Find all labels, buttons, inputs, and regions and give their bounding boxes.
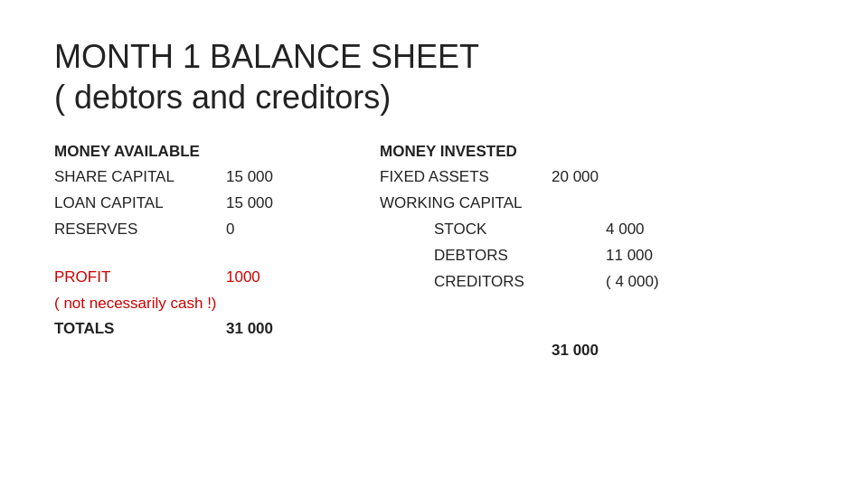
spacer-right2 bbox=[380, 316, 814, 338]
profit-note-row: ( not necessarily cash !) bbox=[54, 291, 380, 317]
left-header: MONEY AVAILABLE bbox=[54, 143, 380, 161]
left-totals-value: 31 000 bbox=[226, 316, 298, 343]
page-container: MONTH 1 BALANCE SHEET ( debtors and cred… bbox=[0, 0, 868, 488]
creditors-row: CREDITORS ( 4 000) bbox=[380, 269, 814, 296]
share-capital-row: SHARE CAPITAL 15 000 bbox=[54, 164, 380, 191]
left-totals-label: TOTALS bbox=[54, 316, 226, 343]
title-line1: MONTH 1 BALANCE SHEET bbox=[54, 36, 814, 77]
stock-label: STOCK bbox=[434, 217, 606, 243]
right-totals-spacer bbox=[380, 338, 552, 364]
right-totals-value: 31 000 bbox=[552, 338, 624, 364]
working-capital-label: WORKING CAPITAL bbox=[380, 191, 552, 217]
right-column: MONEY INVESTED FIXED ASSETS 20 000 WORKI… bbox=[380, 143, 814, 364]
left-column: MONEY AVAILABLE SHARE CAPITAL 15 000 LOA… bbox=[54, 143, 380, 364]
stock-row: STOCK 4 000 bbox=[380, 217, 814, 243]
creditors-value: ( 4 000) bbox=[606, 269, 678, 296]
content-area: MONEY AVAILABLE SHARE CAPITAL 15 000 LOA… bbox=[54, 143, 814, 364]
debtors-label: DEBTORS bbox=[434, 243, 606, 269]
spacer-right bbox=[380, 295, 814, 316]
share-capital-value: 15 000 bbox=[226, 164, 298, 191]
loan-capital-label: LOAN CAPITAL bbox=[54, 191, 226, 217]
stock-value: 4 000 bbox=[606, 217, 678, 243]
reserves-label: RESERVES bbox=[54, 217, 226, 243]
loan-capital-row: LOAN CAPITAL 15 000 bbox=[54, 191, 380, 217]
debtors-value: 11 000 bbox=[606, 243, 678, 269]
right-totals-row: 31 000 bbox=[380, 338, 814, 364]
fixed-assets-value: 20 000 bbox=[552, 164, 624, 191]
reserves-row: RESERVES 0 bbox=[54, 217, 380, 243]
working-capital-row: WORKING CAPITAL bbox=[380, 191, 814, 217]
left-totals-row: TOTALS 31 000 bbox=[54, 316, 380, 343]
page-title: MONTH 1 BALANCE SHEET ( debtors and cred… bbox=[54, 36, 814, 117]
reserves-value: 0 bbox=[226, 217, 298, 243]
fixed-assets-row: FIXED ASSETS 20 000 bbox=[380, 164, 814, 191]
debtors-row: DEBTORS 11 000 bbox=[380, 243, 814, 269]
title-line2: ( debtors and creditors) bbox=[54, 77, 814, 117]
profit-label: PROFIT bbox=[54, 265, 226, 291]
share-capital-label: SHARE CAPITAL bbox=[54, 164, 226, 191]
right-header: MONEY INVESTED bbox=[380, 143, 814, 161]
profit-value: 1000 bbox=[226, 265, 298, 291]
spacer-left bbox=[54, 243, 380, 265]
profit-row: PROFIT 1000 bbox=[54, 265, 380, 291]
creditors-label: CREDITORS bbox=[434, 269, 606, 296]
loan-capital-value: 15 000 bbox=[226, 191, 298, 217]
profit-note: ( not necessarily cash !) bbox=[54, 295, 217, 312]
fixed-assets-label: FIXED ASSETS bbox=[380, 164, 552, 191]
